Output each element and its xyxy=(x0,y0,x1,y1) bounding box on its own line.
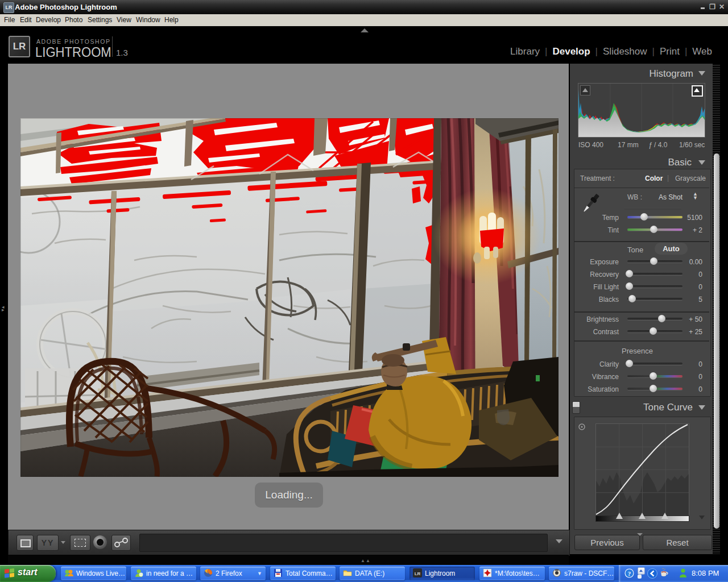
svg-text:LR: LR xyxy=(415,571,421,576)
svg-text:?: ? xyxy=(628,570,631,577)
